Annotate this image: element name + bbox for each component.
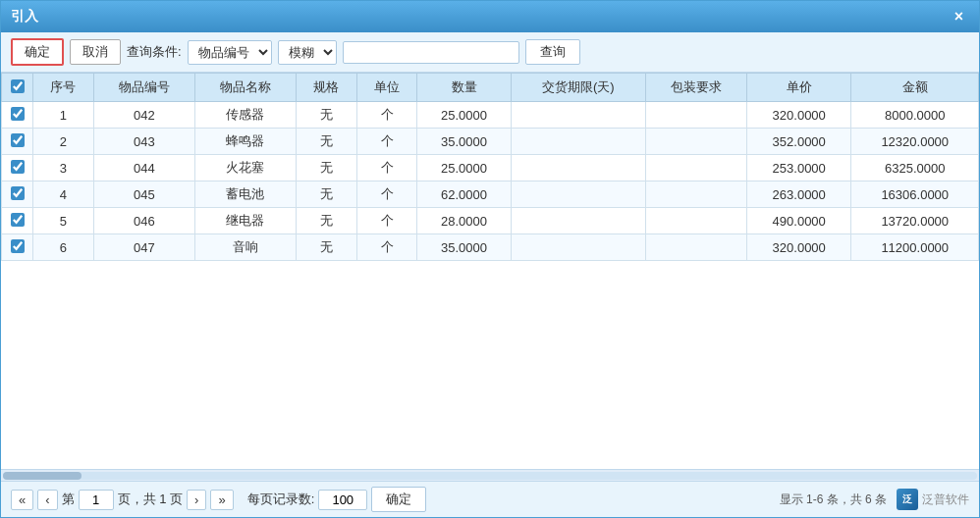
- row-price: 352.0000: [746, 129, 851, 155]
- row-amount: 16306.0000: [851, 181, 979, 208]
- row-price: 263.0000: [746, 181, 851, 208]
- row-checkbox-cell: [2, 129, 33, 155]
- row-qty: 28.0000: [417, 208, 511, 234]
- row-amount: 8000.0000: [851, 102, 979, 129]
- row-seq: 4: [33, 181, 94, 208]
- row-checkbox[interactable]: [11, 107, 25, 121]
- brand-area: 泛 泛普软件: [897, 489, 969, 510]
- row-name: 音响: [194, 234, 296, 261]
- row-code: 046: [93, 208, 194, 234]
- page-mid-label: 页，共 1 页: [118, 491, 183, 508]
- row-unit: 个: [356, 155, 417, 181]
- row-price: 320.0000: [746, 234, 851, 261]
- row-price: 253.0000: [746, 155, 851, 181]
- row-package: [645, 234, 746, 261]
- row-qty: 35.0000: [417, 234, 511, 261]
- footer-right: 显示 1-6 条，共 6 条 泛 泛普软件: [780, 489, 969, 510]
- row-checkbox-cell: [2, 102, 33, 129]
- row-spec: 无: [296, 155, 356, 181]
- row-package: [645, 208, 746, 234]
- row-qty: 35.0000: [417, 129, 511, 155]
- header-amount: 金额: [851, 74, 979, 102]
- header-price: 单价: [746, 74, 851, 102]
- next-page-button[interactable]: ›: [187, 490, 206, 510]
- row-name: 继电器: [194, 208, 296, 234]
- row-code: 044: [93, 155, 194, 181]
- row-price: 490.0000: [746, 208, 851, 234]
- row-name: 火花塞: [194, 155, 296, 181]
- header-name: 物品名称: [194, 74, 296, 102]
- horizontal-scrollbar[interactable]: [1, 469, 979, 481]
- pagination: « ‹ 第 页，共 1 页 › » 每页记录数: 确定: [11, 487, 426, 512]
- scrollbar-thumb[interactable]: [3, 472, 82, 480]
- row-unit: 个: [356, 208, 417, 234]
- row-checkbox[interactable]: [11, 186, 25, 200]
- row-seq: 5: [33, 208, 94, 234]
- row-delivery: [511, 155, 645, 181]
- table-area: 序号 物品编号 物品名称 规格 单位 数量 交货期限(天) 包装要求 单价 金额…: [1, 73, 979, 469]
- query-button[interactable]: 查询: [525, 39, 580, 65]
- import-dialog: 引入 × 确定 取消 查询条件: 物品编号 物品名称 规格 模糊 精确 查询: [0, 0, 980, 518]
- row-seq: 6: [33, 234, 94, 261]
- dialog-title: 引入: [11, 8, 38, 26]
- table-row: 6047音响无个35.0000320.000011200.0000: [2, 234, 979, 261]
- footer-bar: « ‹ 第 页，共 1 页 › » 每页记录数: 确定 显示 1-6 条，共 6…: [1, 481, 979, 517]
- row-amount: 11200.0000: [851, 234, 979, 261]
- row-checkbox[interactable]: [11, 239, 25, 253]
- row-code: 043: [93, 129, 194, 155]
- row-unit: 个: [356, 234, 417, 261]
- select-all-checkbox[interactable]: [11, 79, 25, 93]
- row-checkbox[interactable]: [11, 133, 25, 147]
- row-delivery: [511, 208, 645, 234]
- row-checkbox-cell: [2, 155, 33, 181]
- row-code: 042: [93, 102, 194, 129]
- pagesize-input[interactable]: [318, 490, 367, 510]
- row-name: 蓄电池: [194, 181, 296, 208]
- last-page-button[interactable]: »: [210, 490, 233, 510]
- row-name: 传感器: [194, 102, 296, 129]
- table-row: 5046继电器无个28.0000490.000013720.0000: [2, 208, 979, 234]
- row-checkbox-cell: [2, 234, 33, 261]
- row-package: [645, 129, 746, 155]
- title-bar: 引入 ×: [1, 1, 979, 32]
- row-code: 047: [93, 234, 194, 261]
- row-seq: 1: [33, 102, 94, 129]
- match-select[interactable]: 模糊 精确: [278, 40, 337, 65]
- prev-page-button[interactable]: ‹: [37, 490, 57, 510]
- page-number-input[interactable]: [79, 490, 114, 510]
- field-select[interactable]: 物品编号 物品名称 规格: [188, 40, 272, 65]
- header-delivery: 交货期限(天): [511, 74, 645, 102]
- row-amount: 13720.0000: [851, 208, 979, 234]
- row-qty: 62.0000: [417, 181, 511, 208]
- row-price: 320.0000: [746, 102, 851, 129]
- row-amount: 6325.0000: [851, 155, 979, 181]
- row-delivery: [511, 234, 645, 261]
- row-name: 蜂鸣器: [194, 129, 296, 155]
- footer-confirm-button[interactable]: 确定: [371, 487, 426, 512]
- table-body: 1042传感器无个25.0000320.00008000.00002043蜂鸣器…: [2, 102, 979, 261]
- confirm-button[interactable]: 确定: [11, 38, 64, 66]
- row-seq: 3: [33, 155, 94, 181]
- toolbar: 确定 取消 查询条件: 物品编号 物品名称 规格 模糊 精确 查询: [1, 32, 979, 73]
- first-page-button[interactable]: «: [11, 490, 33, 510]
- row-qty: 25.0000: [417, 155, 511, 181]
- scrollbar-track: [3, 472, 977, 480]
- row-delivery: [511, 102, 645, 129]
- data-table: 序号 物品编号 物品名称 规格 单位 数量 交货期限(天) 包装要求 单价 金额…: [1, 73, 979, 261]
- table-row: 2043蜂鸣器无个35.0000352.000012320.0000: [2, 129, 979, 155]
- table-row: 4045蓄电池无个62.0000263.000016306.0000: [2, 181, 979, 208]
- cancel-button[interactable]: 取消: [70, 39, 121, 65]
- row-amount: 12320.0000: [851, 129, 979, 155]
- row-spec: 无: [296, 129, 356, 155]
- row-spec: 无: [296, 102, 356, 129]
- row-unit: 个: [356, 102, 417, 129]
- header-spec: 规格: [296, 74, 356, 102]
- row-checkbox[interactable]: [11, 160, 25, 174]
- header-package: 包装要求: [645, 74, 746, 102]
- row-package: [645, 102, 746, 129]
- header-qty: 数量: [417, 74, 511, 102]
- row-checkbox[interactable]: [11, 213, 25, 227]
- search-input[interactable]: [343, 41, 519, 64]
- close-button[interactable]: ×: [949, 6, 969, 27]
- row-qty: 25.0000: [417, 102, 511, 129]
